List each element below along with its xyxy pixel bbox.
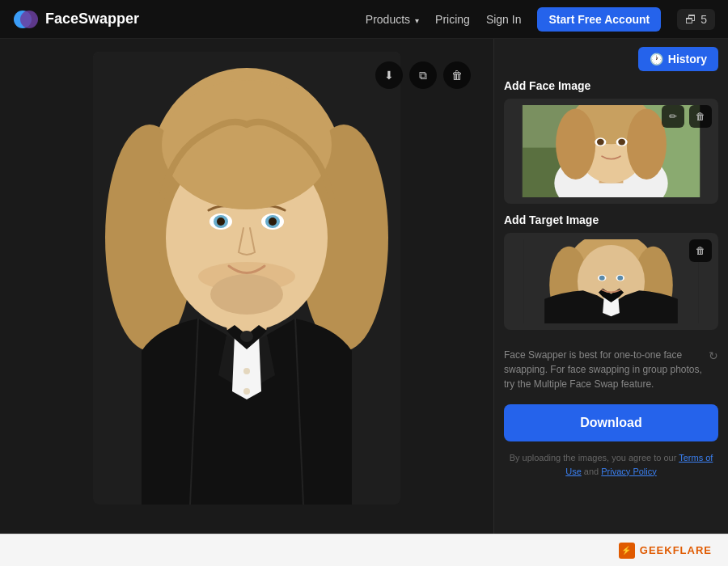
compare-icon-button[interactable]: ⧉ xyxy=(409,61,437,89)
geekflare-logo: ⚡ GEEKFLARE xyxy=(619,543,712,559)
svg-point-28 xyxy=(627,108,667,180)
navbar: FaceSwapper Products Pricing Sign In Sta… xyxy=(0,0,728,39)
nav-products[interactable]: Products xyxy=(366,13,419,26)
main-content: ⬇ ⧉ 🗑 🕐 History Add Face Image xyxy=(0,39,728,566)
svg-point-19 xyxy=(243,388,250,395)
svg-point-30 xyxy=(597,139,604,146)
svg-point-1 xyxy=(20,11,38,28)
geekflare-label: GEEKFLARE xyxy=(640,544,712,556)
image-area: ⬇ ⧉ 🗑 xyxy=(0,39,493,566)
download-icon-button[interactable]: ⬇ xyxy=(375,61,403,89)
image-toolbar: ⬇ ⧉ 🗑 xyxy=(375,61,471,89)
history-btn-row: 🕐 History xyxy=(494,39,728,79)
credits-count: 5 xyxy=(700,13,707,26)
svg-point-10 xyxy=(217,218,225,226)
info-text: Face Swapper is best for one-to-one face… xyxy=(504,349,702,390)
bottom-bar: ⚡ GEEKFLARE xyxy=(0,534,728,566)
svg-point-18 xyxy=(243,368,250,374)
refresh-icon[interactable]: ↻ xyxy=(709,348,718,365)
signin-button[interactable]: Sign In xyxy=(486,13,522,26)
svg-point-42 xyxy=(617,276,623,281)
logo[interactable]: FaceSwapper xyxy=(13,6,139,32)
history-icon: 🕐 xyxy=(650,53,663,65)
nav-links: Products Pricing Sign In Start Free Acco… xyxy=(366,7,715,32)
face-edit-button[interactable]: ✏ xyxy=(662,105,684,128)
delete-icon-button[interactable]: 🗑 xyxy=(443,61,471,89)
face-image-card: ✏ 🗑 xyxy=(504,99,718,204)
target-image-actions: 🗑 xyxy=(689,239,712,262)
person-illustration xyxy=(93,52,400,505)
target-image-section: Add Target Image xyxy=(494,213,728,340)
svg-point-13 xyxy=(269,218,277,226)
products-chevron-icon xyxy=(413,13,419,26)
logo-icon xyxy=(13,6,39,32)
terms-text: By uploading the images, you agree to ou… xyxy=(494,446,728,488)
svg-point-17 xyxy=(240,331,253,342)
privacy-policy-link[interactable]: Privacy Policy xyxy=(601,467,656,476)
geekflare-icon: ⚡ xyxy=(619,543,635,559)
face-image-actions: ✏ 🗑 xyxy=(662,105,712,128)
start-free-button[interactable]: Start Free Account xyxy=(537,7,661,32)
svg-point-32 xyxy=(618,139,625,146)
target-delete-button[interactable]: 🗑 xyxy=(689,239,712,262)
face-image-section: Add Face Image xyxy=(494,79,728,213)
credits-icon: 🗗 xyxy=(685,13,696,26)
history-button[interactable]: 🕐 History xyxy=(638,47,718,71)
result-image xyxy=(93,52,400,505)
target-thumbnail xyxy=(510,239,712,323)
svg-point-27 xyxy=(556,108,595,180)
target-image-card: 🗑 xyxy=(504,233,718,330)
right-panel: 🕐 History Add Face Image xyxy=(493,39,728,566)
target-image-label: Add Target Image xyxy=(504,213,718,226)
face-image-label: Add Face Image xyxy=(504,79,718,92)
nav-pricing[interactable]: Pricing xyxy=(435,13,470,26)
info-text-container: ↻ Face Swapper is best for one-to-one fa… xyxy=(494,340,728,399)
face-delete-button[interactable]: 🗑 xyxy=(689,105,712,128)
brand-name: FaceSwapper xyxy=(45,11,139,27)
download-button[interactable]: Download xyxy=(504,404,718,441)
svg-point-40 xyxy=(599,276,605,281)
svg-point-15 xyxy=(210,274,283,315)
credits-display: 🗗 5 xyxy=(677,9,715,30)
target-image-svg xyxy=(510,239,712,323)
